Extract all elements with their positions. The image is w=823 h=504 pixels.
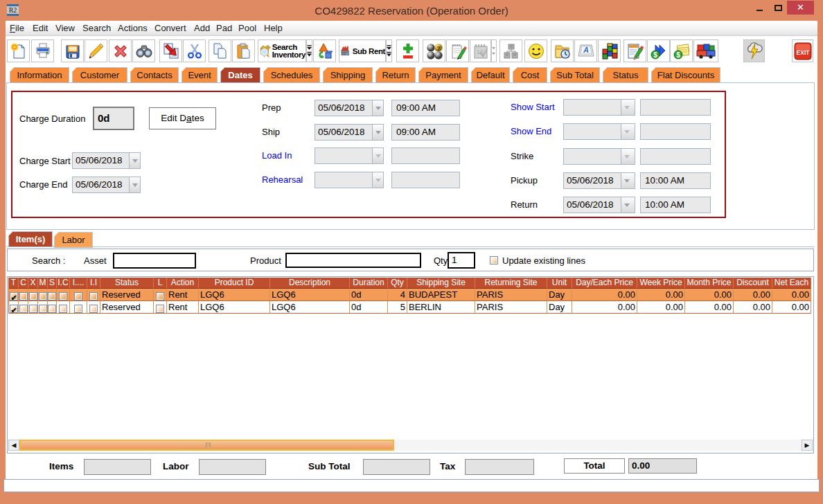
svg-text:$: $ [676,51,680,59]
svg-text:A: A [583,46,589,54]
svg-text:?: ? [436,44,441,51]
svg-text:$: $ [653,51,657,59]
svg-text:EXIT: EXIT [796,48,810,55]
